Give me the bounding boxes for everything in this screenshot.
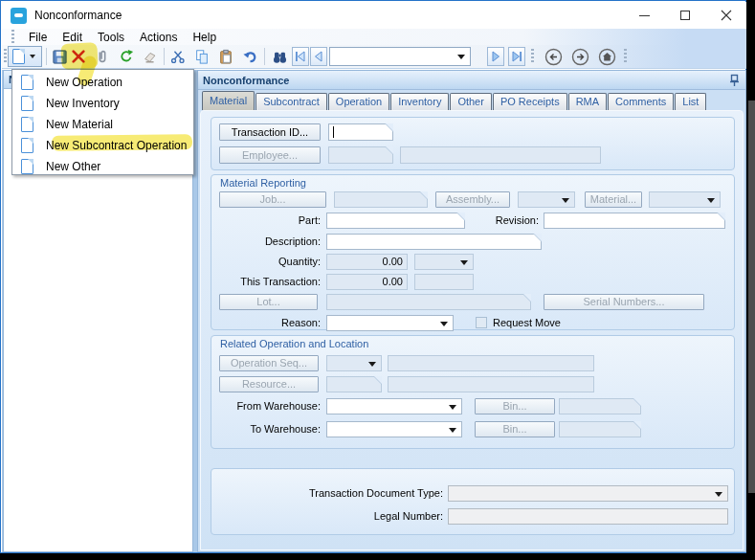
related-operation-group: Related Operation and Location Operation… [211,335,735,449]
menu-item-new-inventory[interactable]: New Inventory [13,93,192,114]
description-field[interactable] [326,234,542,250]
material-button: Material... [585,191,642,208]
reason-label: Reason: [244,315,321,331]
binoculars-icon [272,49,288,65]
minimize-button[interactable] [625,2,663,29]
forward-button[interactable] [570,47,589,66]
nav-first-icon [295,51,306,62]
document-group: Transaction Document Type: Legal Number: [211,468,735,535]
undo-button[interactable] [240,47,259,66]
new-button[interactable] [8,46,42,67]
menu-actions[interactable]: Actions [133,30,184,45]
toolbar-grip [4,49,7,64]
assembly-button: Assembly... [435,191,510,208]
nonconformance-panel: Nonconformance Material Subcontract Oper… [197,70,746,552]
nav-first-button[interactable] [292,47,309,66]
transaction-id-button[interactable]: Transaction ID... [219,123,321,141]
part-label: Part: [254,213,321,229]
find-button[interactable] [270,47,289,66]
material-combobox [649,191,721,208]
close-button[interactable] [707,2,745,29]
new-document-icon [21,96,33,111]
close-icon [721,10,732,21]
nav-last-icon [511,51,522,62]
menu-tools[interactable]: Tools [91,30,131,45]
nav-next-button[interactable] [487,47,504,66]
refresh-button[interactable] [117,47,136,66]
transaction-document-type-combobox[interactable] [448,485,728,502]
menu-file[interactable]: File [22,30,54,45]
operation-description-field [388,355,594,371]
minimize-icon [639,15,650,16]
tab-rma[interactable]: RMA [568,93,607,110]
new-document-icon [12,49,25,64]
nav-prev-button[interactable] [310,47,327,66]
tab-list[interactable]: List [675,93,706,110]
lot-field [326,294,531,310]
back-button[interactable] [544,47,563,66]
menu-item-new-other[interactable]: New Other [13,156,192,177]
maximize-icon [680,11,690,20]
tab-comments[interactable]: Comments [608,93,674,110]
menu-item-new-operation[interactable]: New Operation [13,72,192,93]
new-document-icon [21,138,33,153]
tab-material[interactable]: Material [202,91,255,110]
panel-title: Nonconformance [203,75,289,86]
employee-button: Employee... [219,146,321,164]
maximize-button[interactable] [666,2,704,29]
new-document-icon [21,117,33,132]
header-group: Transaction ID... Employee... [211,117,735,170]
menu-item-new-material[interactable]: New Material [13,114,192,135]
tab-po-receipts[interactable]: PO Receipts [493,93,567,110]
toolbar-separator [46,48,47,65]
reason-combobox[interactable] [326,315,454,331]
to-bin-field [559,421,641,437]
title-bar: Nonconformance [2,2,746,29]
to-warehouse-combobox[interactable] [326,421,462,437]
toolbar [2,45,746,69]
quantity-field[interactable]: 0.00 [326,254,408,270]
copy-button[interactable] [192,47,211,66]
record-combobox[interactable] [329,47,471,66]
resource-description-field [388,376,594,392]
employee-name-field [400,146,601,164]
pin-icon[interactable] [728,74,741,87]
from-bin-field [559,398,641,414]
back-circle-icon [544,48,563,66]
this-transaction-uom-field [414,274,474,290]
tab-inventory[interactable]: Inventory [390,93,449,110]
part-field[interactable] [326,213,465,229]
serial-numbers-button: Serial Numbers... [544,294,704,310]
background-scrollbar-strip [748,101,755,493]
toolbar-grip [624,49,627,64]
copy-icon [194,49,210,64]
tab-other[interactable]: Other [450,93,492,110]
request-move-checkbox [476,317,487,328]
resource-button: Resource... [219,376,319,392]
toolbar-grip [531,49,534,64]
from-warehouse-combobox[interactable] [326,398,462,414]
paste-button[interactable] [216,47,235,66]
tab-strip: Material Subcontract Operation Inventory… [202,91,744,110]
text-caret [333,126,334,138]
material-tab-page: Transaction ID... Employee... Material R… [200,110,744,550]
transaction-id-field[interactable] [328,123,393,141]
eraser-icon [143,49,158,64]
new-document-icon [21,159,33,174]
tab-subcontract[interactable]: Subcontract [255,93,327,110]
transaction-document-type-label: Transaction Document Type: [292,485,443,502]
chevron-down-icon [30,55,35,58]
cut-button[interactable] [168,47,188,66]
to-warehouse-label: To Warehouse: [225,421,321,437]
to-bin-button: Bin... [475,421,555,437]
home-button[interactable] [597,47,616,66]
nav-last-button[interactable] [508,47,525,66]
clear-button[interactable] [141,47,160,66]
this-transaction-field[interactable]: 0.00 [326,274,408,290]
operation-seq-combobox [326,355,382,371]
revision-field[interactable] [544,213,725,229]
menu-help[interactable]: Help [186,30,223,45]
menubar-grip [11,30,14,45]
tab-operation[interactable]: Operation [328,93,389,110]
job-field [334,191,428,208]
